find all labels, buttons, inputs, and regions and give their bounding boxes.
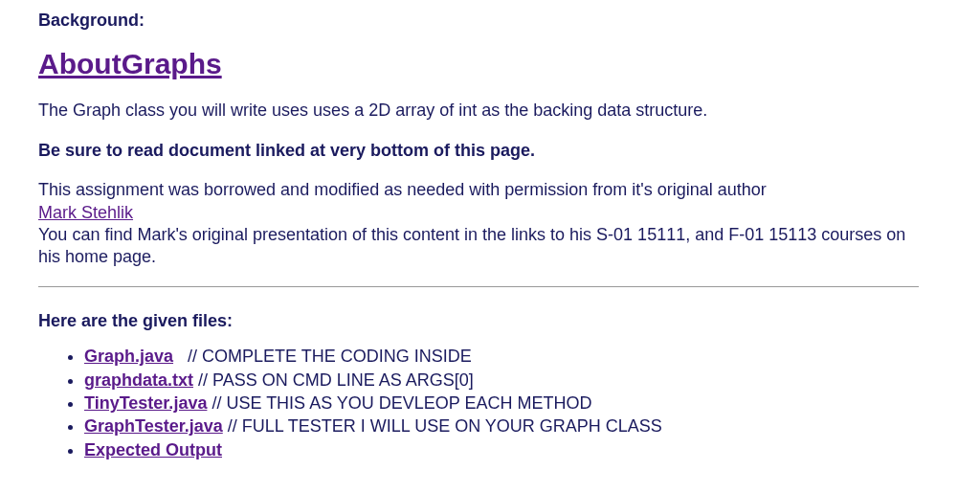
- divider: [38, 286, 919, 287]
- files-heading: Here are the given files:: [38, 310, 919, 332]
- file-comment: // USE THIS AS YOU DEVLEOP EACH METHOD: [207, 393, 591, 413]
- file-comment: // PASS ON CMD LINE AS ARGS[0]: [193, 370, 474, 390]
- attribution-suffix: You can find Mark's original presentatio…: [38, 225, 905, 266]
- list-item: TinyTester.java // USE THIS AS YOU DEVLE…: [84, 392, 919, 415]
- file-list: Graph.java // COMPLETE THE CODING INSIDE…: [38, 346, 919, 461]
- list-item: graphdata.txt // PASS ON CMD LINE AS ARG…: [84, 370, 919, 392]
- author-link[interactable]: Mark Stehlik: [38, 203, 133, 222]
- list-item: Expected Output: [84, 439, 919, 461]
- attribution-block: This assignment was borrowed and modifie…: [38, 179, 919, 269]
- intro-paragraph: The Graph class you will write uses uses…: [38, 100, 919, 122]
- file-link-tinytester-java[interactable]: TinyTester.java: [84, 393, 207, 413]
- file-link-graphdata-txt[interactable]: graphdata.txt: [84, 370, 193, 390]
- file-comment: // COMPLETE THE CODING INSIDE: [173, 347, 472, 366]
- file-comment: // FULL TESTER I WILL USE ON YOUR GRAPH …: [223, 416, 662, 436]
- background-label: Background:: [38, 10, 919, 32]
- read-note: Be sure to read document linked at very …: [38, 140, 919, 162]
- file-link-expected-output[interactable]: Expected Output: [84, 440, 222, 459]
- about-graphs-link[interactable]: AboutGraphs: [38, 45, 222, 82]
- list-item: GraphTester.java // FULL TESTER I WILL U…: [84, 415, 919, 437]
- file-link-graph-java[interactable]: Graph.java: [84, 347, 173, 366]
- file-link-graphtester-java[interactable]: GraphTester.java: [84, 416, 223, 436]
- list-item: Graph.java // COMPLETE THE CODING INSIDE: [84, 346, 919, 368]
- attribution-prefix: This assignment was borrowed and modifie…: [38, 180, 767, 199]
